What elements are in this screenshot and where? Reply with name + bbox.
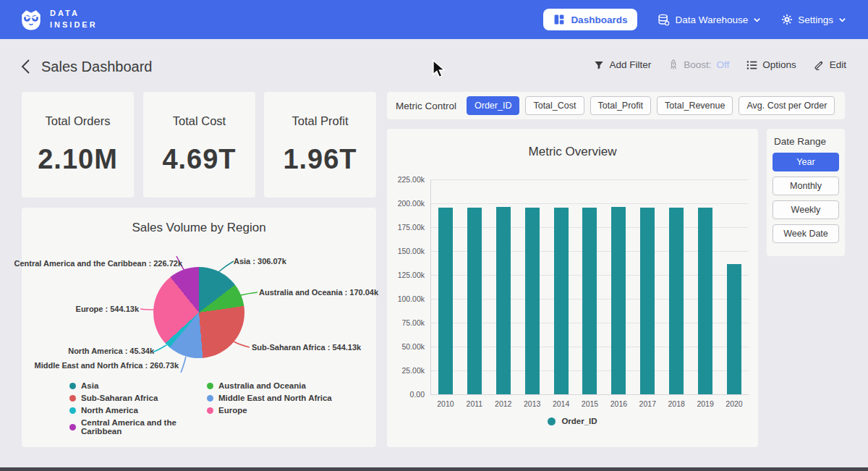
- nav-settings[interactable]: Settings: [781, 14, 846, 25]
- pie-chart[interactable]: [153, 267, 244, 358]
- bar-2019[interactable]: [698, 208, 712, 394]
- bar-2020[interactable]: [727, 264, 741, 394]
- pie-callout-middle-east-north-africa: Middle East and North Africa : 260.73k: [35, 361, 179, 370]
- add-filter-button[interactable]: Add Filter: [594, 59, 651, 70]
- x-axis-labels: 2010 2011 2012 2013 2014 2015 2016 2017 …: [431, 399, 749, 408]
- y-tick: 200.00k: [390, 199, 425, 208]
- legend-label: North America: [81, 406, 138, 415]
- y-tick: 125.00k: [390, 271, 425, 279]
- x-tick: 2018: [663, 399, 689, 408]
- legend-dot: [69, 383, 76, 389]
- edit-label: Edit: [830, 59, 846, 70]
- date-range-monthly-button[interactable]: Monthly: [773, 177, 839, 195]
- legend-dot: [207, 395, 213, 402]
- x-tick: 2011: [461, 399, 488, 408]
- x-tick: 2010: [433, 399, 459, 408]
- x-tick: 2014: [548, 399, 574, 408]
- nav-data-warehouse[interactable]: Data Warehouse: [658, 14, 761, 26]
- nav-dashboards[interactable]: Dashboards: [543, 9, 637, 30]
- date-range-panel: Date Range Year Monthly Weekly Week Date: [767, 129, 845, 256]
- list-options-icon: [746, 60, 757, 70]
- owl-logo-icon: [19, 7, 43, 32]
- metric-control-bar: Metric Control Order_ID Total_Cost Total…: [387, 92, 845, 119]
- y-tick: 150.00k: [390, 247, 425, 255]
- date-range-week-date-button[interactable]: Week Date: [773, 224, 839, 243]
- legend-label: Order_ID: [561, 417, 597, 425]
- database-icon: [658, 14, 670, 26]
- legend-dot: [548, 417, 556, 425]
- nav-settings-label: Settings: [798, 14, 833, 25]
- legend-item-europe: Europe: [207, 406, 332, 415]
- bar-2013[interactable]: [525, 208, 540, 394]
- bottom-bar: [0, 467, 868, 471]
- date-range-year-button[interactable]: Year: [773, 153, 839, 171]
- nav-dashboards-label: Dashboards: [571, 14, 627, 25]
- y-tick: 100.00k: [390, 294, 425, 303]
- legend-dot: [69, 395, 76, 402]
- brand-text: DATA INSIDER: [50, 8, 98, 31]
- back-button[interactable]: [19, 58, 33, 75]
- x-tick: 2020: [721, 399, 747, 408]
- y-tick: 225.00k: [390, 175, 425, 184]
- page-title: Sales Dashboard: [41, 59, 152, 75]
- y-tick: 175.00k: [390, 223, 425, 232]
- kpi-label: Total Cost: [143, 114, 255, 128]
- metric-control-label: Metric Control: [396, 101, 456, 111]
- pencil-icon: [814, 59, 825, 70]
- bar-2012[interactable]: [496, 207, 511, 395]
- filter-icon: [594, 60, 604, 70]
- bar-2018[interactable]: [669, 208, 684, 394]
- nav-data-warehouse-label: Data Warehouse: [675, 14, 748, 25]
- legend-item-central-america-caribbean: Central America and the Caribbean: [69, 418, 207, 436]
- boost-toggle[interactable]: Boost: Off: [668, 59, 729, 70]
- boost-value: Off: [716, 59, 729, 70]
- pie-callout-asia: Asia : 306.07k: [234, 257, 286, 266]
- bar-2011[interactable]: [467, 208, 482, 394]
- chevron-down-icon: [753, 16, 761, 24]
- legend-item-asia: Asia: [69, 381, 207, 390]
- metric-button-total-profit[interactable]: Total_Profit: [590, 96, 652, 115]
- bar-2010[interactable]: [438, 208, 453, 394]
- metric-button-total-cost[interactable]: Total_Cost: [525, 96, 584, 115]
- x-axis-line: [430, 394, 749, 395]
- chevron-down-icon: [838, 16, 846, 24]
- legend-dot: [69, 407, 76, 414]
- kpi-card-total-cost: Total Cost 4.69T: [143, 92, 255, 198]
- legend-label: Europe: [218, 406, 247, 415]
- legend-item-sub-saharan-africa: Sub-Saharan Africa: [69, 394, 207, 402]
- bar-2014[interactable]: [554, 208, 569, 394]
- brand-logo[interactable]: DATA INSIDER: [19, 7, 98, 32]
- pie-callout-central-america-caribbean: Central America and the Caribbean : 226.…: [14, 259, 182, 268]
- bar-chart-card: Metric Overview 225.00k 200.00k 175.00k …: [387, 129, 758, 447]
- kpi-card-total-orders: Total Orders 2.10M: [22, 92, 134, 198]
- bar-series: [431, 179, 749, 394]
- metric-button-total-revenue[interactable]: Total_Revenue: [657, 96, 733, 115]
- legend-label: Asia: [81, 381, 98, 390]
- options-button[interactable]: Options: [746, 59, 796, 70]
- boost-label: Boost:: [684, 59, 711, 70]
- x-tick: 2013: [519, 399, 545, 408]
- dashboard-icon: [553, 14, 565, 25]
- pie-legend: Asia Sub-Saharan Africa North America Ce…: [22, 381, 376, 436]
- nav-links: Dashboards Data Warehouse: [543, 9, 846, 30]
- bar-2015[interactable]: [582, 208, 597, 394]
- bar-2016[interactable]: [611, 207, 626, 394]
- kpi-card-total-profit: Total Profit 1.96T: [264, 92, 376, 198]
- legend-label: Sub-Saharan Africa: [81, 394, 158, 402]
- date-range-weekly-button[interactable]: Weekly: [773, 200, 839, 219]
- kpi-label: Total Orders: [22, 114, 134, 128]
- metric-button-avg-cost-per-order[interactable]: Avg. Cost per Order: [739, 96, 835, 115]
- pie-callout-sub-saharan-africa: Sub-Saharan Africa : 544.13k: [252, 343, 361, 352]
- bar-chart-title: Metric Overview: [387, 145, 758, 159]
- kpi-value: 4.69T: [143, 144, 255, 175]
- date-range-label: Date Range: [774, 136, 839, 147]
- kpi-value: 1.96T: [264, 144, 376, 175]
- gear-icon: [781, 14, 793, 25]
- bar-chart-legend: Order_ID: [387, 417, 758, 425]
- y-tick: 75.00k: [390, 318, 425, 327]
- metric-button-order-id[interactable]: Order_ID: [467, 96, 519, 115]
- edit-button[interactable]: Edit: [814, 59, 846, 70]
- pie-callout-australia-oceania: Australia and Oceania : 170.04k: [259, 288, 378, 297]
- app-root: DATA INSIDER Dashboards D: [0, 0, 868, 471]
- bar-2017[interactable]: [640, 208, 655, 394]
